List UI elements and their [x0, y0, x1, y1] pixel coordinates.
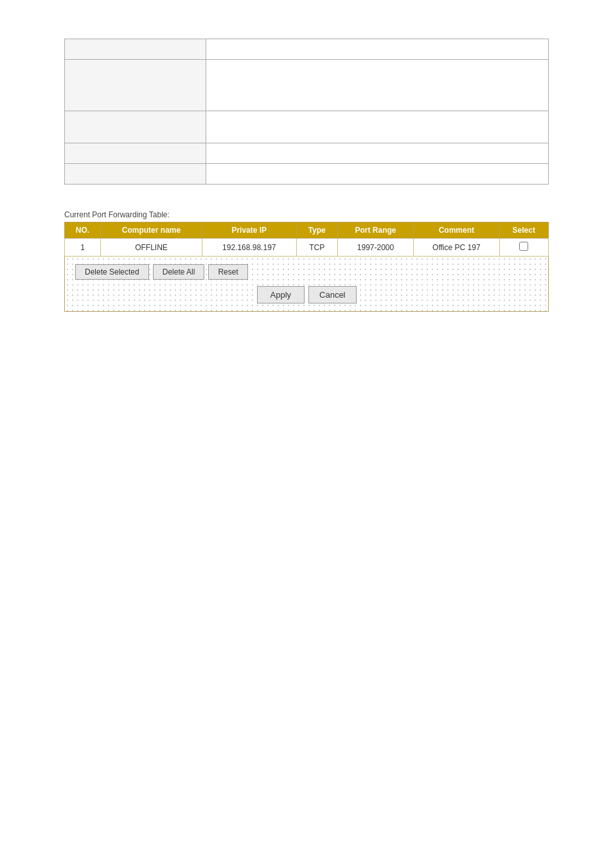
form-label-4: [65, 143, 206, 164]
action-area: Delete Selected Delete All Reset Apply C…: [64, 257, 549, 312]
section-label: Current Port Forwarding Table:: [64, 210, 549, 219]
reset-button[interactable]: Reset: [208, 264, 247, 280]
col-type: Type: [296, 222, 337, 239]
col-comment: Comment: [414, 222, 499, 239]
col-select: Select: [499, 222, 548, 239]
col-port-range: Port Range: [337, 222, 413, 239]
row-select-cell: [499, 239, 548, 257]
apply-button[interactable]: Apply: [257, 286, 305, 303]
delete-action-row: Delete Selected Delete All Reset: [75, 264, 538, 280]
table-header-row: NO. Computer name Private IP Type Port R…: [65, 222, 549, 239]
row-computer-name: OFFLINE: [100, 239, 202, 257]
form-value-1: [206, 39, 549, 60]
form-label-3: [65, 111, 206, 143]
form-row-2: [65, 60, 549, 111]
row-select-checkbox[interactable]: [519, 242, 528, 251]
col-computer-name: Computer name: [100, 222, 202, 239]
apply-action-row: Apply Cancel: [75, 286, 538, 303]
row-comment: Office PC 197: [414, 239, 499, 257]
col-no: NO.: [65, 222, 101, 239]
cancel-button[interactable]: Cancel: [308, 286, 356, 303]
form-value-3: [206, 111, 549, 143]
form-label-2: [65, 60, 206, 111]
form-row-1: [65, 39, 549, 60]
row-type: TCP: [296, 239, 337, 257]
form-value-5: [206, 164, 549, 185]
row-no: 1: [65, 239, 101, 257]
form-value-4: [206, 143, 549, 164]
form-row-5: [65, 164, 549, 185]
row-private-ip: 192.168.98.197: [202, 239, 297, 257]
form-row-3: [65, 111, 549, 143]
form-row-4: [65, 143, 549, 164]
col-private-ip: Private IP: [202, 222, 297, 239]
delete-selected-button[interactable]: Delete Selected: [75, 264, 149, 280]
table-row: 1 OFFLINE 192.168.98.197 TCP 1997-2000 O…: [65, 239, 549, 257]
delete-all-button[interactable]: Delete All: [153, 264, 205, 280]
row-port-range: 1997-2000: [337, 239, 413, 257]
port-forwarding-table: NO. Computer name Private IP Type Port R…: [64, 222, 549, 257]
page-wrapper: Current Port Forwarding Table: NO. Compu…: [0, 0, 613, 868]
form-table: [64, 39, 549, 185]
form-label-5: [65, 164, 206, 185]
form-value-2: [206, 60, 549, 111]
form-label-1: [65, 39, 206, 60]
port-forwarding-section: Current Port Forwarding Table: NO. Compu…: [64, 210, 549, 312]
